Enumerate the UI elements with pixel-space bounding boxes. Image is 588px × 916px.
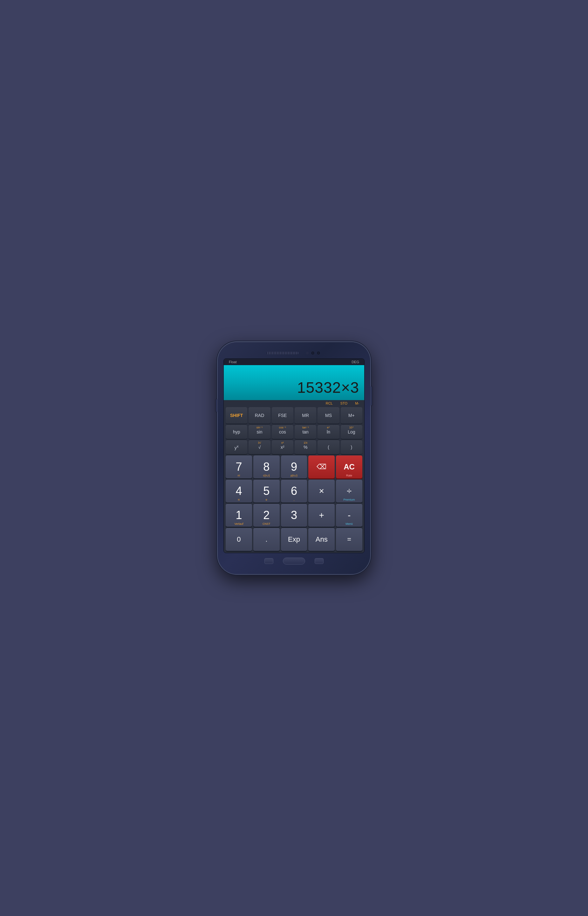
row-trig-buttons: hyp sin⁻¹ sin cos⁻¹ cos tan⁻¹ tan: [226, 425, 362, 439]
mode-label: Float: [229, 360, 236, 364]
ac-button[interactable]: AC Rate: [336, 455, 362, 478]
ms-button[interactable]: MS: [318, 407, 339, 424]
dot-button[interactable]: .: [253, 528, 280, 551]
tan-button[interactable]: tan⁻¹ tan: [295, 425, 316, 439]
rad-button[interactable]: RAD: [249, 407, 270, 424]
speaker-grille: [267, 352, 299, 354]
5-button[interactable]: 5 e: [253, 480, 280, 503]
row-123: 1 Verlauf 2 CNST 3 +: [226, 504, 362, 527]
row-power-buttons: yx 3√ √ x³ x² 1/x %: [226, 440, 362, 454]
yx-button[interactable]: yx: [226, 440, 247, 454]
phone-bottom: [223, 558, 365, 565]
percent-button[interactable]: 1/x %: [295, 440, 316, 454]
0-button[interactable]: 0: [226, 528, 252, 551]
7-button[interactable]: 7 n!: [226, 455, 252, 478]
multiply-button[interactable]: ×: [308, 480, 335, 503]
front-camera: [311, 351, 314, 354]
row-789: 7 n! 8 c(n,r) 9 p(n,r) ⌫: [226, 455, 362, 478]
minus-button[interactable]: - Menü: [336, 504, 362, 527]
phone-wrapper: Float DEG 15332×3 RCL STO M-: [218, 342, 370, 574]
shift-button[interactable]: SHIFT: [226, 407, 247, 424]
sto-label: STO: [338, 401, 350, 405]
calc-body: RCL STO M- SHIFT RAD FSE: [224, 400, 364, 553]
x2-button[interactable]: x³ x²: [272, 440, 293, 454]
4-button[interactable]: 4 π: [226, 480, 252, 503]
rparen-button[interactable]: ): [341, 440, 362, 454]
memory-row: RCL STO M-: [224, 400, 364, 406]
button-grid: SHIFT RAD FSE MR MS: [224, 406, 364, 553]
ans-button[interactable]: Ans: [308, 528, 335, 551]
plus-button[interactable]: +: [308, 504, 335, 527]
sensor-dot: [306, 352, 309, 354]
sin-button[interactable]: sin⁻¹ sin: [249, 425, 270, 439]
row-memory-buttons: SHIFT RAD FSE MR MS: [226, 407, 362, 424]
6-button[interactable]: 6 ,: [281, 480, 307, 503]
calculator-screen: Float DEG 15332×3 RCL STO M-: [223, 358, 365, 553]
home-button[interactable]: [283, 558, 305, 565]
front-camera-2: [317, 351, 320, 354]
log-button[interactable]: 10ˣ Log: [341, 425, 362, 439]
exp-button[interactable]: Exp: [281, 528, 307, 551]
cos-button[interactable]: cos⁻¹ cos: [272, 425, 293, 439]
phone-body: Float DEG 15332×3 RCL STO M-: [218, 342, 370, 574]
calc-display: 15332×3: [224, 365, 364, 400]
9-button[interactable]: 9 p(n,r): [281, 455, 307, 478]
menu-button[interactable]: [315, 558, 323, 564]
lparen-button[interactable]: (: [318, 440, 339, 454]
3-button[interactable]: 3: [281, 504, 307, 527]
mminus-label: M-: [352, 401, 362, 405]
mr-button[interactable]: MR: [295, 407, 316, 424]
row-bottom: 0 . Exp Ans =: [226, 528, 362, 551]
row-456: 4 π 5 e 6 , ×: [226, 480, 362, 503]
ln-button[interactable]: eˣ ln: [318, 425, 339, 439]
1-button[interactable]: 1 Verlauf: [226, 504, 252, 527]
8-button[interactable]: 8 c(n,r): [253, 455, 280, 478]
equals-button[interactable]: =: [336, 528, 362, 551]
mplus-button[interactable]: M+: [341, 407, 362, 424]
hyp-button[interactable]: hyp: [226, 425, 247, 439]
display-expression: 15332×3: [297, 379, 359, 396]
2-button[interactable]: 2 CNST: [253, 504, 280, 527]
status-bar: Float DEG: [224, 359, 364, 365]
sqrt-button[interactable]: 3√ √: [249, 440, 270, 454]
power-button[interactable]: [371, 387, 372, 406]
back-button[interactable]: [265, 558, 273, 564]
angle-label: DEG: [352, 360, 359, 364]
phone-top: [223, 351, 365, 354]
divide-button[interactable]: ÷ Premium: [336, 480, 362, 503]
delete-button[interactable]: ⌫: [308, 455, 335, 478]
volume-button[interactable]: [216, 399, 217, 412]
fse-button[interactable]: FSE: [272, 407, 293, 424]
rcl-label: RCL: [323, 401, 335, 405]
